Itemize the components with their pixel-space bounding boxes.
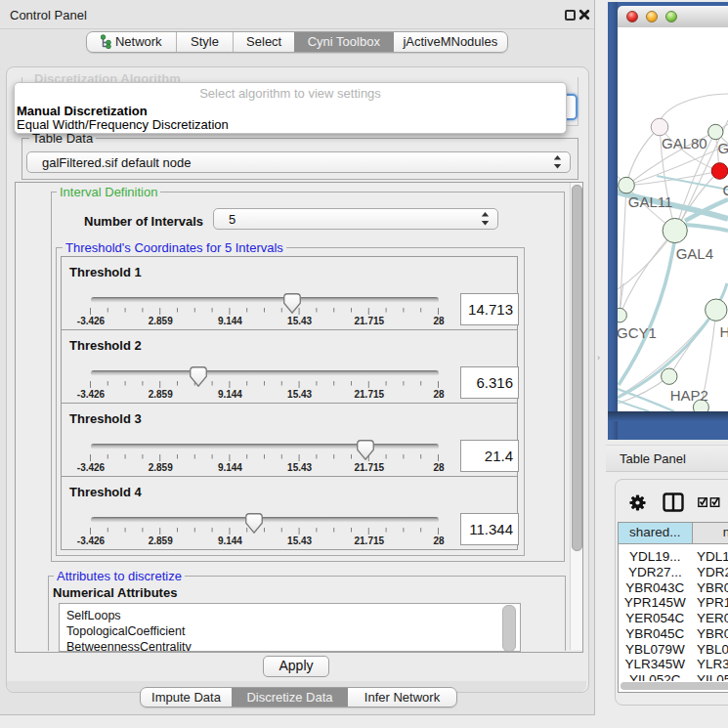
svg-text:HAP2: HAP2 xyxy=(670,387,708,404)
svg-text:GAL80: GAL80 xyxy=(662,135,707,151)
svg-text:GAL..: GAL.. xyxy=(718,140,728,156)
svg-text:HI..: HI.. xyxy=(720,323,728,340)
svg-text:GAL4: GAL4 xyxy=(676,245,713,262)
svg-text:GCY1: GCY1 xyxy=(618,324,657,341)
svg-text:CA..: CA.. xyxy=(723,182,728,198)
svg-text:GAL11: GAL11 xyxy=(628,193,673,210)
